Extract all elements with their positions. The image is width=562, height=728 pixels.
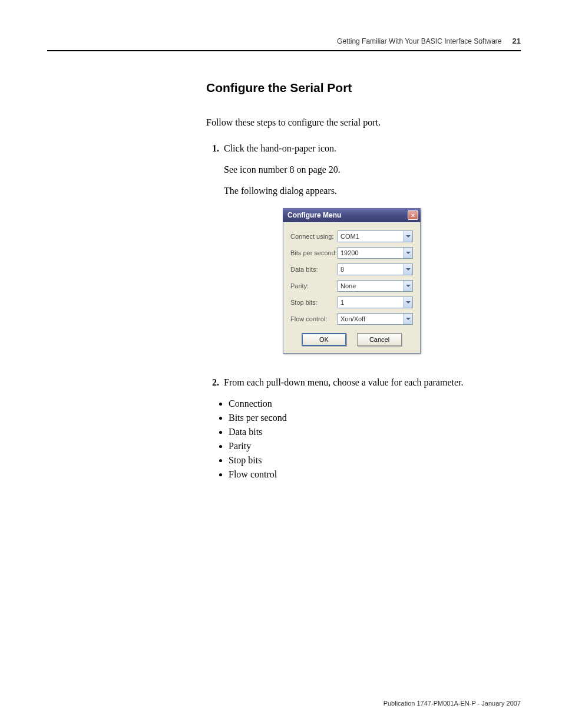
chevron-down-icon[interactable] bbox=[403, 314, 412, 324]
step-text: From each pull-down menu, choose a value… bbox=[224, 377, 521, 388]
list-item: Flow control bbox=[229, 469, 521, 480]
label-flow: Flow control: bbox=[290, 315, 338, 322]
header-rule bbox=[47, 50, 521, 51]
select-value: 1 bbox=[340, 299, 344, 306]
row-connect: Connect using: COM1 bbox=[290, 230, 413, 242]
dialog-titlebar: Configure Menu × bbox=[283, 208, 421, 222]
row-flow: Flow control: Xon/Xoff bbox=[290, 313, 413, 325]
select-value: None bbox=[340, 282, 356, 289]
step-number: 2. bbox=[206, 377, 219, 388]
list-item: Connection bbox=[229, 398, 521, 409]
publication-footer: Publication 1747-PM001A-EN-P - January 2… bbox=[384, 700, 521, 707]
chevron-down-icon[interactable] bbox=[403, 264, 412, 275]
row-parity: Parity: None bbox=[290, 280, 413, 292]
label-stopbits: Stop bits: bbox=[290, 299, 338, 306]
row-stopbits: Stop bits: 1 bbox=[290, 297, 413, 308]
label-connect: Connect using: bbox=[290, 233, 338, 240]
parameter-list: Connection Bits per second Data bits Par… bbox=[229, 398, 521, 480]
label-parity: Parity: bbox=[290, 282, 338, 289]
step-1-sub-2: The following dialog appears. bbox=[224, 186, 521, 196]
select-value: COM1 bbox=[340, 233, 359, 240]
chevron-down-icon[interactable] bbox=[403, 231, 412, 242]
select-value: Xon/Xoff bbox=[340, 315, 365, 322]
chevron-down-icon[interactable] bbox=[403, 248, 412, 258]
chevron-down-icon[interactable] bbox=[403, 281, 412, 291]
select-bps[interactable]: 19200 bbox=[338, 247, 413, 259]
list-item: Data bits bbox=[229, 427, 521, 437]
running-header: Getting Familiar With Your BASIC Interfa… bbox=[337, 37, 501, 45]
step-text: Click the hand-on-paper icon. bbox=[224, 143, 521, 154]
list-item: Stop bits bbox=[229, 455, 521, 466]
dialog-title: Configure Menu bbox=[287, 211, 341, 219]
step-2: 2. From each pull-down menu, choose a va… bbox=[206, 377, 521, 388]
close-icon[interactable]: × bbox=[408, 210, 418, 220]
intro-text: Follow these steps to configure the seri… bbox=[206, 117, 521, 128]
list-item: Bits per second bbox=[229, 413, 521, 423]
ok-button[interactable]: OK bbox=[302, 333, 346, 346]
select-stopbits[interactable]: 1 bbox=[338, 297, 413, 308]
select-flow[interactable]: Xon/Xoff bbox=[338, 313, 413, 325]
select-parity[interactable]: None bbox=[338, 280, 413, 292]
configure-dialog: Configure Menu × Connect using: COM1 Bit… bbox=[283, 208, 421, 354]
chevron-down-icon[interactable] bbox=[403, 297, 412, 308]
select-value: 19200 bbox=[340, 249, 359, 256]
step-number: 1. bbox=[206, 143, 219, 154]
step-1-sub-1: See icon number 8 on page 20. bbox=[224, 164, 521, 175]
select-value: 8 bbox=[340, 266, 344, 273]
row-bps: Bits per second: 19200 bbox=[290, 247, 413, 259]
list-item: Parity bbox=[229, 441, 521, 452]
cancel-button[interactable]: Cancel bbox=[357, 333, 402, 346]
label-databits: Data bits: bbox=[290, 266, 338, 273]
step-1: 1. Click the hand-on-paper icon. bbox=[206, 143, 521, 154]
select-connect[interactable]: COM1 bbox=[338, 230, 413, 242]
row-databits: Data bits: 8 bbox=[290, 263, 413, 275]
section-title: Configure the Serial Port bbox=[206, 81, 521, 95]
select-databits[interactable]: 8 bbox=[338, 263, 413, 275]
dialog-body: Connect using: COM1 Bits per second: 192… bbox=[283, 222, 421, 354]
label-bps: Bits per second: bbox=[290, 249, 338, 256]
page-number: 21 bbox=[513, 37, 521, 45]
